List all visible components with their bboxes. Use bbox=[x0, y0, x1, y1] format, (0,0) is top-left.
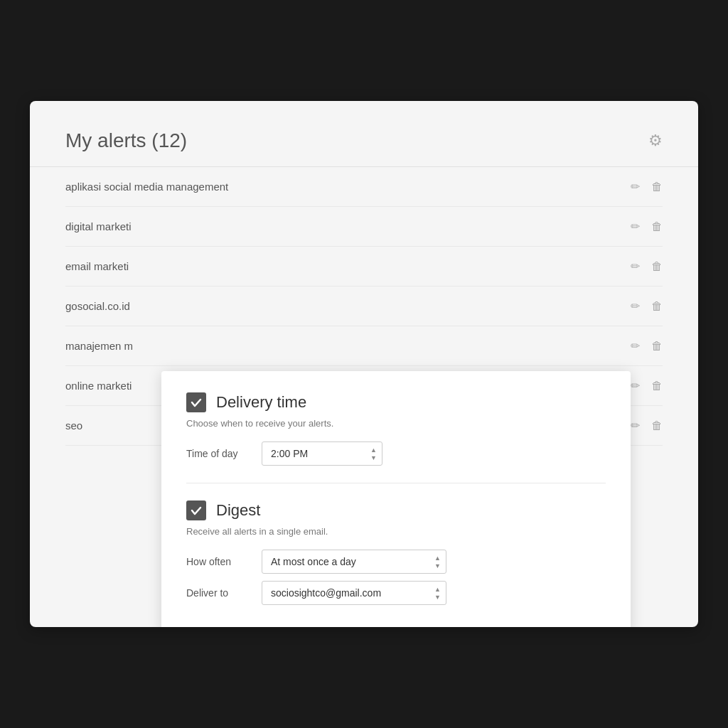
deliver-to-label: Deliver to bbox=[186, 587, 250, 599]
page-header: My alerts (12) ⚙ bbox=[30, 101, 698, 167]
alert-actions: ✏ 🗑 bbox=[631, 419, 663, 432]
list-item: email marketi ✏ 🗑 bbox=[65, 247, 663, 287]
section-divider bbox=[186, 483, 606, 483]
delete-icon[interactable]: 🗑 bbox=[651, 181, 663, 193]
alert-name: digital marketi bbox=[65, 220, 132, 232]
how-often-select[interactable]: At most once a day At most once a week bbox=[262, 550, 446, 574]
delete-icon[interactable]: 🗑 bbox=[651, 260, 663, 273]
alert-name: seo bbox=[65, 419, 82, 432]
edit-icon[interactable]: ✏ bbox=[631, 379, 640, 392]
alert-name: online marketi bbox=[65, 380, 132, 392]
delete-icon[interactable]: 🗑 bbox=[651, 380, 663, 392]
delivery-time-title: Delivery time bbox=[216, 393, 306, 412]
alert-name: aplikasi social media management bbox=[65, 181, 228, 193]
digest-checkbox[interactable] bbox=[186, 500, 206, 520]
delete-icon[interactable]: 🗑 bbox=[651, 419, 663, 432]
delete-icon[interactable]: 🗑 bbox=[651, 340, 663, 353]
delivery-time-desc: Choose when to receive your alerts. bbox=[186, 418, 606, 429]
digest-desc: Receive all alerts in a single email. bbox=[186, 526, 606, 537]
main-card: My alerts (12) ⚙ aplikasi social media m… bbox=[30, 101, 698, 627]
alert-actions: ✏ 🗑 bbox=[631, 180, 663, 193]
list-item: aplikasi social media management ✏ 🗑 bbox=[65, 167, 663, 207]
list-item: gosocial.co.id ✏ 🗑 bbox=[65, 287, 663, 326]
delivery-time-checkbox[interactable] bbox=[186, 392, 206, 412]
alert-actions: ✏ 🗑 bbox=[631, 299, 663, 313]
alert-name: manajemen m bbox=[65, 340, 133, 352]
list-item: manajemen m ✏ 🗑 bbox=[65, 326, 663, 366]
time-of-day-select-wrapper: 12:00 PM 1:00 PM 2:00 PM 3:00 PM 4:00 PM… bbox=[262, 441, 382, 466]
edit-icon[interactable]: ✏ bbox=[631, 299, 640, 313]
checkmark-icon bbox=[191, 397, 202, 408]
digest-title: Digest bbox=[216, 501, 260, 520]
edit-icon[interactable]: ✏ bbox=[631, 259, 640, 273]
digest-header: Digest bbox=[186, 500, 606, 520]
time-of-day-row: Time of day 12:00 PM 1:00 PM 2:00 PM 3:0… bbox=[186, 441, 606, 466]
alert-actions: ✏ 🗑 bbox=[631, 379, 663, 392]
edit-icon[interactable]: ✏ bbox=[631, 220, 640, 233]
checkmark-icon bbox=[191, 505, 202, 516]
delivery-time-header: Delivery time bbox=[186, 392, 606, 412]
alert-actions: ✏ 🗑 bbox=[631, 220, 663, 233]
list-item: digital marketi ✏ 🗑 bbox=[65, 207, 663, 247]
gear-icon[interactable]: ⚙ bbox=[648, 132, 663, 150]
how-often-row: How often At most once a day At most onc… bbox=[186, 550, 606, 574]
alert-name: email marketi bbox=[65, 260, 129, 272]
deliver-to-select-wrapper: sociosightco@gmail.com ▲ ▼ bbox=[262, 581, 446, 605]
edit-icon[interactable]: ✏ bbox=[631, 419, 640, 432]
edit-icon[interactable]: ✏ bbox=[631, 180, 640, 193]
page-title: My alerts (12) bbox=[65, 129, 187, 152]
alert-name: gosocial.co.id bbox=[65, 300, 130, 312]
deliver-to-row: Deliver to sociosightco@gmail.com ▲ ▼ bbox=[186, 581, 606, 605]
alert-actions: ✏ 🗑 bbox=[631, 339, 663, 353]
delete-icon[interactable]: 🗑 bbox=[651, 220, 663, 233]
how-often-label: How often bbox=[186, 556, 250, 567]
delete-icon[interactable]: 🗑 bbox=[651, 300, 663, 313]
digest-section: Digest Receive all alerts in a single em… bbox=[186, 500, 606, 605]
alert-actions: ✏ 🗑 bbox=[631, 259, 663, 273]
deliver-to-select[interactable]: sociosightco@gmail.com bbox=[262, 581, 446, 605]
time-of-day-label: Time of day bbox=[186, 448, 250, 459]
settings-overlay-panel: Delivery time Choose when to receive you… bbox=[161, 371, 631, 627]
edit-icon[interactable]: ✏ bbox=[631, 339, 640, 353]
time-of-day-select[interactable]: 12:00 PM 1:00 PM 2:00 PM 3:00 PM 4:00 PM… bbox=[262, 441, 382, 466]
how-often-select-wrapper: At most once a day At most once a week ▲… bbox=[262, 550, 446, 574]
